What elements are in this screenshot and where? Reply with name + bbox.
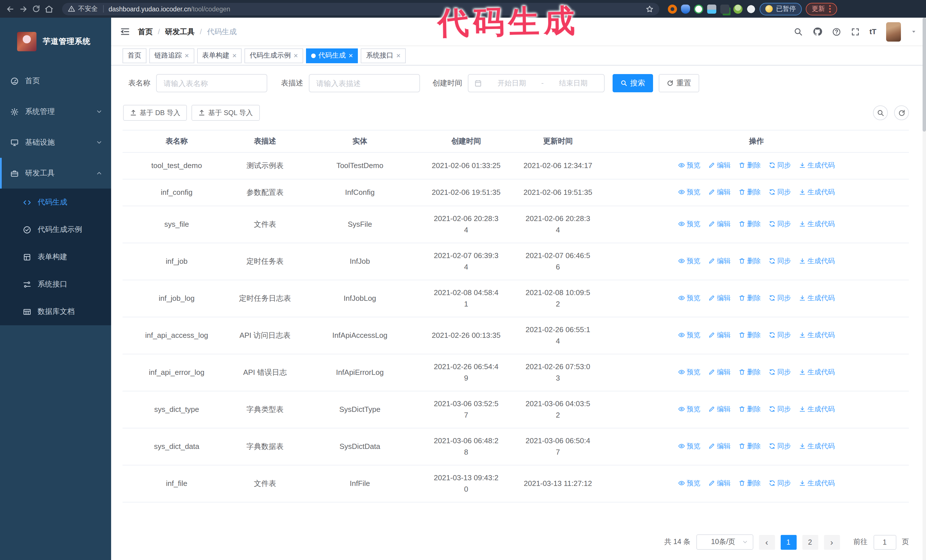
close-tab-icon[interactable]: × [396, 52, 401, 59]
goto-page-input[interactable] [873, 535, 896, 549]
row-action-preview[interactable]: 预览 [678, 329, 701, 341]
browser-scrollbar[interactable] [923, 18, 926, 560]
refresh-table-button[interactable] [894, 106, 909, 120]
end-date-placeholder[interactable]: 结束日期 [548, 78, 598, 88]
row-action-delete[interactable]: 删除 [738, 160, 761, 171]
browser-update-button[interactable]: 更新 [805, 3, 837, 15]
sidebar-item-infrastructure[interactable]: 基础设施 [0, 127, 111, 158]
user-avatar[interactable] [886, 22, 901, 41]
table-desc-input[interactable] [309, 74, 420, 92]
row-action-sync[interactable]: 同步 [769, 292, 791, 303]
row-action-preview[interactable]: 预览 [678, 403, 701, 415]
page-size-select[interactable]: 10条/页 [696, 534, 753, 550]
import-db-button[interactable]: 基于 DB 导入 [123, 105, 187, 121]
row-action-sync[interactable]: 同步 [769, 440, 791, 452]
row-action-sync[interactable]: 同步 [769, 218, 791, 229]
row-action-edit[interactable]: 编辑 [708, 292, 731, 303]
browser-extension-icon[interactable] [694, 4, 703, 14]
row-action-preview[interactable]: 预览 [678, 477, 701, 489]
import-sql-button[interactable]: 基于 SQL 导入 [192, 105, 260, 121]
row-action-generate[interactable]: 生成代码 [799, 292, 835, 303]
close-tab-icon[interactable]: × [232, 52, 236, 59]
page-button-2[interactable]: 2 [802, 535, 818, 549]
row-action-edit[interactable]: 编辑 [708, 255, 731, 267]
breadcrumb-home[interactable]: 首页 [138, 27, 153, 37]
prev-page-button[interactable]: ‹ [759, 535, 775, 549]
row-action-preview[interactable]: 预览 [678, 366, 701, 378]
tab-代码生成示例[interactable]: 代码生成示例× [244, 48, 303, 63]
reset-button[interactable]: 重置 [659, 74, 699, 92]
row-action-preview[interactable]: 预览 [678, 440, 701, 452]
browser-extension-icon[interactable] [681, 4, 690, 14]
row-action-edit[interactable]: 编辑 [708, 477, 731, 489]
sidebar-item-home[interactable]: 首页 [0, 65, 111, 96]
row-action-sync[interactable]: 同步 [769, 477, 791, 489]
row-action-sync[interactable]: 同步 [769, 160, 791, 171]
close-tab-icon[interactable]: × [185, 52, 189, 59]
browser-extension-icon[interactable] [720, 4, 729, 14]
browser-extension-icon[interactable] [733, 4, 743, 14]
sidebar-item-form-builder[interactable]: 表单构建 [0, 243, 111, 270]
row-action-generate[interactable]: 生成代码 [799, 218, 835, 229]
row-action-edit[interactable]: 编辑 [708, 186, 731, 198]
scrollbar-thumb[interactable] [923, 18, 926, 131]
sidebar-item-codegen[interactable]: 代码生成 [0, 189, 111, 216]
sidebar-item-dev-tools[interactable]: 研发工具 [0, 158, 111, 189]
tab-系统接口[interactable]: 系统接口× [361, 48, 406, 63]
browser-extension-icon[interactable] [707, 4, 716, 14]
row-action-generate[interactable]: 生成代码 [799, 329, 835, 341]
close-tab-icon[interactable]: × [349, 52, 353, 59]
search-icon[interactable] [793, 27, 803, 36]
date-range-picker[interactable]: 开始日期 - 结束日期 [468, 74, 605, 92]
row-action-delete[interactable]: 删除 [738, 329, 761, 341]
close-tab-icon[interactable]: × [294, 52, 298, 59]
row-action-preview[interactable]: 预览 [678, 292, 701, 303]
browser-back-icon[interactable] [6, 4, 15, 14]
browser-reload-icon[interactable] [32, 5, 41, 13]
browser-extension-icon[interactable] [668, 4, 677, 14]
start-date-placeholder[interactable]: 开始日期 [487, 78, 537, 88]
row-action-preview[interactable]: 预览 [678, 218, 701, 229]
row-action-edit[interactable]: 编辑 [708, 440, 731, 452]
menu-dots-icon[interactable] [829, 5, 831, 12]
row-action-edit[interactable]: 编辑 [708, 403, 731, 415]
bookmark-star-icon[interactable] [646, 5, 654, 13]
tab-表单构建[interactable]: 表单构建× [197, 48, 242, 63]
help-icon[interactable] [832, 27, 841, 36]
browser-home-icon[interactable] [44, 4, 54, 14]
row-action-generate[interactable]: 生成代码 [799, 186, 835, 198]
row-action-generate[interactable]: 生成代码 [799, 366, 835, 378]
row-action-delete[interactable]: 删除 [738, 186, 761, 198]
address-bar[interactable]: 不安全 dashboard.yudao.iocoder.cn/tool/code… [62, 3, 659, 15]
browser-forward-icon[interactable] [19, 4, 28, 14]
row-action-delete[interactable]: 删除 [738, 403, 761, 415]
row-action-generate[interactable]: 生成代码 [799, 403, 835, 415]
row-action-sync[interactable]: 同步 [769, 255, 791, 267]
sidebar-item-codegen-example[interactable]: 代码生成示例 [0, 216, 111, 243]
row-action-sync[interactable]: 同步 [769, 186, 791, 198]
row-action-delete[interactable]: 删除 [738, 255, 761, 267]
row-action-generate[interactable]: 生成代码 [799, 440, 835, 452]
font-size-icon[interactable]: tT [869, 27, 876, 36]
sidebar-item-system[interactable]: 系统管理 [0, 96, 111, 127]
row-action-generate[interactable]: 生成代码 [799, 255, 835, 267]
tab-代码生成[interactable]: 代码生成× [306, 48, 358, 63]
row-action-delete[interactable]: 删除 [738, 292, 761, 303]
row-action-sync[interactable]: 同步 [769, 366, 791, 378]
row-action-edit[interactable]: 编辑 [708, 160, 731, 171]
github-icon[interactable] [812, 27, 822, 36]
tab-首页[interactable]: 首页 [123, 48, 147, 63]
caret-down-icon[interactable] [911, 29, 917, 35]
table-name-input[interactable] [156, 74, 267, 92]
search-button[interactable]: 搜索 [613, 74, 653, 92]
tab-链路追踪[interactable]: 链路追踪× [149, 48, 194, 63]
next-page-button[interactable]: › [824, 535, 840, 549]
row-action-generate[interactable]: 生成代码 [799, 160, 835, 171]
paused-extension-badge[interactable]: 已暂停 [760, 3, 802, 15]
row-action-edit[interactable]: 编辑 [708, 329, 731, 341]
row-action-generate[interactable]: 生成代码 [799, 477, 835, 489]
app-logo[interactable]: 芋道管理系统 [0, 18, 111, 65]
fullscreen-icon[interactable] [850, 27, 859, 36]
row-action-sync[interactable]: 同步 [769, 403, 791, 415]
page-button-1[interactable]: 1 [781, 535, 796, 549]
